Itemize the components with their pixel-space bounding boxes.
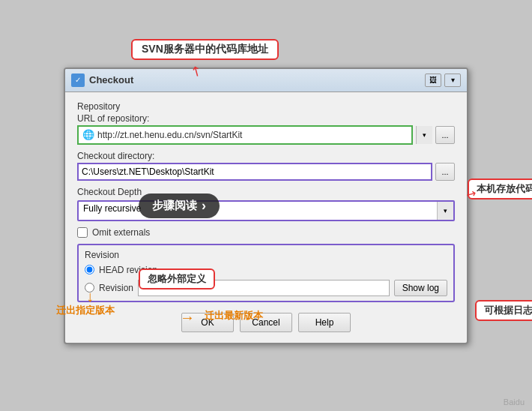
repository-section-label: Repository <box>77 101 455 112</box>
checkout-depth-value[interactable]: Fully recursive <box>79 202 437 220</box>
checkout-depth-combo: Fully recursive ▾ <box>77 200 455 221</box>
revision-radio[interactable] <box>85 283 94 292</box>
omit-externals-row: Omit externals <box>77 227 455 238</box>
title-bar: ✓ Checkout 🖼 ▾ <box>65 69 467 92</box>
omit-externals-label: Omit externals <box>92 227 150 238</box>
checkout-depth-label: Checkout Depth <box>77 187 455 197</box>
url-browse-button[interactable]: ... <box>435 126 455 144</box>
revision-input[interactable] <box>138 280 390 296</box>
dialog-body: Repository URL of repository: 🌐 http://z… <box>65 92 467 343</box>
head-revision-row: HEAD revision <box>85 265 447 275</box>
local-dir-annotation: 本机存放代码的目录 <box>468 178 532 200</box>
revision-section: Revision HEAD revision Revision Show log <box>77 244 455 302</box>
repository-section: Repository URL of repository: 🌐 http://z… <box>77 101 455 145</box>
image-button[interactable]: 🖼 <box>425 74 441 87</box>
url-display: http://zt.net.henu.edu.cn/svn/StartKit <box>97 130 408 140</box>
directory-browse-button[interactable]: ... <box>435 163 455 181</box>
revision-row: Revision Show log <box>85 280 447 296</box>
watermark: Baidu <box>504 398 525 406</box>
directory-section: Checkout directory: ... <box>77 151 455 181</box>
checkout-icon: ✓ <box>71 74 85 87</box>
url-input-container: 🌐 http://zt.net.henu.edu.cn/svn/StartKit <box>77 125 413 145</box>
directory-label: Checkout directory: <box>77 151 455 161</box>
dialog-title: Checkout <box>89 74 133 86</box>
dialog-wrapper: ✓ Checkout 🖼 ▾ Repository URL of reposit… <box>64 68 468 344</box>
title-bar-controls: 🖼 ▾ <box>425 74 461 87</box>
url-input-row: 🌐 http://zt.net.henu.edu.cn/svn/StartKit… <box>77 125 455 145</box>
checkout-depth-arrow[interactable]: ▾ <box>437 202 453 220</box>
background: ✓ Checkout 🖼 ▾ Repository URL of reposit… <box>0 0 532 411</box>
dropdown-button[interactable]: ▾ <box>444 74 461 87</box>
svn-address-annotation: SVN服务器中的代码库地址 <box>131 39 279 60</box>
show-log-button[interactable]: Show log <box>394 280 447 296</box>
revision-section-title: Revision <box>85 250 447 260</box>
directory-input-row: ... <box>77 163 455 181</box>
ok-button[interactable]: OK <box>181 313 234 332</box>
url-dropdown-arrow[interactable]: ▾ <box>416 126 432 144</box>
head-revision-radio[interactable] <box>85 265 94 274</box>
url-label: URL of repository: <box>77 113 455 124</box>
help-button[interactable]: Help <box>298 313 351 332</box>
select-version-annotation: 可根据日志选择版本 <box>475 300 532 321</box>
head-revision-label: HEAD revision <box>99 265 157 275</box>
browser-icon: 🌐 <box>82 128 95 142</box>
combo-row: Fully recursive ▾ <box>79 202 453 220</box>
omit-externals-checkbox[interactable] <box>77 227 88 238</box>
title-bar-left: ✓ Checkout <box>71 74 133 87</box>
bottom-buttons: OK Cancel Help <box>77 313 455 332</box>
directory-input[interactable] <box>77 163 432 181</box>
cancel-button[interactable]: Cancel <box>240 313 292 332</box>
checkout-depth-section: Checkout Depth Fully recursive ▾ <box>77 187 455 221</box>
revision-label: Revision <box>99 283 133 293</box>
checkout-dialog: ✓ Checkout 🖼 ▾ Repository URL of reposit… <box>64 68 468 344</box>
